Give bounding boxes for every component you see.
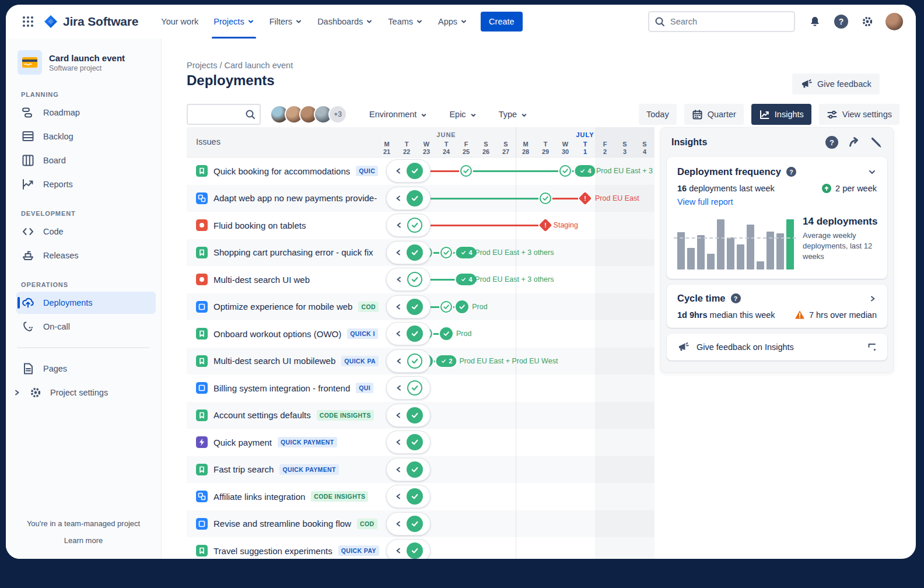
bar-current-week — [786, 219, 794, 270]
create-button[interactable]: Create — [481, 12, 523, 32]
sidebar-item-reports[interactable]: Reports — [16, 173, 156, 195]
issue-cell[interactable]: Account settings defaultsCODE INSIGHTS — [187, 402, 383, 429]
filter-dropdown-epic[interactable]: Epic — [449, 110, 476, 119]
quarter-button[interactable]: Quarter — [684, 104, 744, 125]
learn-more-link[interactable]: Learn more — [6, 536, 161, 545]
deployment-pill[interactable] — [386, 241, 430, 264]
breadcrumb-projects[interactable]: Projects — [187, 61, 217, 70]
issue-cell[interactable]: Revise and streamline booking flowCOD — [187, 510, 383, 538]
deployment-count-badge[interactable]: 4 — [456, 247, 476, 258]
nav-item-teams[interactable]: Teams — [380, 5, 430, 38]
project-header[interactable]: Card launch event Software project — [6, 50, 161, 78]
sidebar-item-deployments[interactable]: Deployments — [16, 292, 156, 314]
deployment-success-icon — [407, 244, 423, 261]
sidebar-item-project-settings[interactable]: Project settings — [16, 382, 156, 404]
insights-feedback-card[interactable]: Give feedback on Insights — [667, 334, 887, 360]
issue-cell[interactable]: Optimize experience for mobile webCOD — [187, 293, 383, 321]
nav-item-apps[interactable]: Apps — [430, 5, 475, 38]
deployment-pill[interactable] — [386, 159, 430, 183]
filter-dropdown-type[interactable]: Type — [499, 110, 527, 119]
sidebar-item-releases[interactable]: Releases — [16, 244, 156, 267]
deployment-pill[interactable] — [386, 349, 430, 373]
chevron-right-icon[interactable] — [869, 295, 877, 303]
issue-cell[interactable]: Multi-dest search UI mobilewebQUICK PA — [187, 348, 383, 375]
issue-cell[interactable]: Quick paymentQUICK PAYMENT — [187, 429, 383, 456]
sidebar-item-board[interactable]: Board — [16, 149, 156, 172]
sidebar-item-backlog[interactable]: Backlog — [16, 125, 156, 148]
nav-item-projects[interactable]: Projects — [206, 5, 261, 38]
deployment-check-icon[interactable] — [460, 165, 472, 177]
deployment-count-badge[interactable]: 2 — [436, 355, 456, 367]
issue-cell[interactable]: Fast trip searchQUICK PAYMENT — [187, 456, 383, 484]
issue-cell[interactable]: Quick booking for accommodationsQUIC — [187, 158, 383, 185]
issue-cell[interactable]: Adapt web app no new payments provide- — [187, 185, 383, 212]
day-column: T24 — [443, 141, 450, 156]
issue-type-icon-task — [196, 382, 208, 394]
sidebar-item-roadmap[interactable]: Roadmap — [16, 102, 156, 124]
global-search-input[interactable] — [648, 11, 795, 32]
sidebar-item-pages[interactable]: Pages — [16, 358, 156, 380]
deployment-pill[interactable] — [386, 458, 430, 481]
today-button[interactable]: Today — [639, 104, 677, 125]
filter-dropdown-environment[interactable]: Environment — [369, 110, 427, 119]
deployment-failed-icon[interactable]: ! — [539, 219, 552, 232]
nav-item-filters[interactable]: Filters — [262, 5, 310, 38]
help-icon[interactable]: ? — [731, 293, 741, 303]
sidebar-item-code[interactable]: Code — [16, 220, 156, 243]
deployment-pill[interactable] — [386, 214, 430, 237]
deployment-pill[interactable] — [386, 404, 430, 427]
issue-cell[interactable]: Shopping cart purchasing error - quick f… — [187, 239, 383, 267]
project-name: Card launch event — [49, 53, 125, 63]
help-icon[interactable]: ? — [833, 13, 849, 30]
deployment-pill[interactable] — [386, 295, 430, 318]
insights-help-icon[interactable]: ? — [825, 136, 838, 149]
deployment-pill[interactable] — [386, 485, 430, 508]
deployment-check-icon[interactable] — [540, 192, 551, 204]
deployment-pill[interactable] — [386, 512, 430, 536]
view-settings-button[interactable]: View settings — [819, 104, 900, 125]
issue-cell[interactable]: Multi-dest search UI web — [187, 266, 383, 293]
deployment-pill[interactable] — [386, 430, 430, 454]
sidebar-item-on-call[interactable]: On-call — [16, 316, 156, 338]
deployment-success-icon — [407, 326, 423, 342]
deployment-pill[interactable] — [386, 268, 430, 291]
issue-cell[interactable]: Affiliate links integrationCODE INSIGHTS — [187, 483, 383, 510]
user-avatar[interactable] — [886, 13, 903, 30]
share-arrow-icon[interactable] — [848, 136, 860, 149]
pen-icon[interactable] — [870, 136, 883, 149]
deployment-pill[interactable] — [386, 539, 430, 559]
jira-logo[interactable]: Jira Software — [43, 14, 138, 29]
deployment-pill[interactable] — [386, 187, 430, 210]
avatar-overflow-count[interactable]: +3 — [328, 105, 347, 124]
help-icon[interactable]: ? — [786, 167, 796, 177]
issue-cell[interactable]: Onboard workout options (OWO)QUICK I — [187, 320, 383, 348]
day-column: S4 — [642, 141, 646, 156]
settings-icon[interactable] — [859, 13, 876, 30]
chevron-down-icon — [295, 18, 302, 25]
deployment-pill[interactable] — [386, 322, 430, 345]
deployment-count-badge[interactable]: 4 — [575, 165, 595, 177]
deployment-check-icon[interactable] — [440, 247, 452, 258]
deployment-check-icon[interactable] — [456, 300, 468, 313]
chevron-down-icon[interactable] — [867, 167, 877, 177]
deployment-failed-icon[interactable]: ! — [579, 191, 592, 205]
deployment-check-icon[interactable] — [440, 301, 452, 313]
issue-cell[interactable]: Fluid booking on tablets — [187, 212, 383, 239]
nav-item-your-work[interactable]: Your work — [153, 5, 206, 38]
deployment-success-icon — [407, 163, 423, 179]
give-feedback-button[interactable]: Give feedback — [792, 74, 880, 94]
issue-cell[interactable]: Billing system integration - frontendQUI — [187, 374, 383, 402]
deployment-check-icon[interactable] — [559, 165, 571, 177]
nav-item-dashboards[interactable]: Dashboards — [310, 5, 380, 38]
deployment-pill[interactable] — [386, 376, 430, 400]
epic-badge: QUICK PA — [341, 356, 379, 366]
issue-type-icon-story — [196, 247, 208, 258]
view-full-report-link[interactable]: View full report — [677, 197, 733, 206]
insights-button[interactable]: Insights — [751, 104, 811, 125]
notifications-icon[interactable] — [807, 13, 823, 30]
deployment-count-badge[interactable]: 4 — [456, 274, 476, 285]
breadcrumb-project[interactable]: Card launch event — [224, 61, 293, 70]
app-switcher-icon[interactable] — [19, 12, 37, 31]
issue-cell[interactable]: Travel suggestion experimentsQUICK PAY — [187, 537, 383, 559]
deployment-check-icon[interactable] — [440, 327, 453, 340]
